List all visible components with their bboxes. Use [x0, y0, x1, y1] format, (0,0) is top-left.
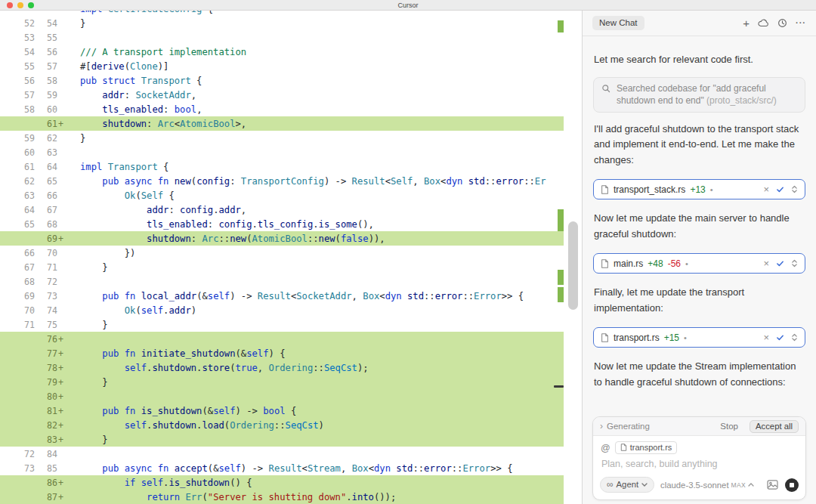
context-file-chip[interactable]: transport.rs	[615, 441, 678, 454]
chat-header: New Chat + ···	[583, 11, 816, 36]
infinity-icon: ∞	[607, 479, 614, 490]
code-line[interactable]: 81+ pub fn is_shutdown(&self) -> bool {	[0, 404, 564, 418]
lines-added: +15	[664, 332, 679, 343]
file-icon	[601, 259, 609, 268]
code-line[interactable]: 6771 }	[0, 260, 564, 274]
code-line[interactable]: 7074 Ok(self.addr)	[0, 303, 564, 317]
code-line[interactable]: 69+ shutdown: Arc::new(AtomicBool::new(f…	[0, 231, 564, 246]
diff-ruler-mark	[558, 209, 564, 231]
reject-icon[interactable]: ×	[763, 184, 769, 194]
diff-ruler-mark	[558, 287, 564, 302]
code-line[interactable]: 80+	[0, 389, 564, 404]
stop-icon	[790, 483, 794, 487]
file-name: transport_stack.rs	[614, 184, 685, 195]
chevron-right-icon[interactable]: ›	[600, 421, 603, 431]
chat-input[interactable]: Plan, search, build anything	[593, 456, 805, 471]
accept-all-button[interactable]: Accept all	[750, 420, 799, 433]
file-diff-chip[interactable]: transport_stack.rs +13 • ×	[593, 179, 805, 199]
code-line[interactable]: 6467 addr: config.addr,	[0, 203, 564, 217]
assistant-message: Now let me update the Stream implementat…	[594, 359, 805, 390]
diff-ruler-mark	[558, 20, 564, 32]
more-options-icon[interactable]: ···	[796, 19, 806, 27]
code-line[interactable]: 82+ self.shutdown.load(Ordering::SeqCst)	[0, 418, 564, 432]
expand-diff-icon[interactable]	[791, 333, 798, 342]
accept-check-icon[interactable]	[776, 185, 784, 193]
lines-added: +48	[648, 258, 663, 269]
tool-call-card[interactable]: Searched codebase for "add graceful shut…	[593, 77, 805, 113]
code-line[interactable]: 5759 addr: SocketAddr,	[0, 88, 564, 102]
model-selector[interactable]: claude-3.5-sonnet MAX	[660, 481, 754, 490]
max-badge: MAX	[731, 481, 746, 489]
code-line[interactable]: 6670 })	[0, 246, 564, 260]
code-line[interactable]: 7385 pub async fn accept(&self) -> Resul…	[0, 461, 564, 475]
code-editor[interactable]: impl CertificateConfig {5254}53555456///…	[0, 11, 582, 504]
code-line[interactable]: 6872	[0, 274, 564, 289]
code-line[interactable]: 7175 }	[0, 317, 564, 332]
code-line[interactable]: 79+ }	[0, 375, 564, 389]
diff-ruler-mark	[558, 270, 564, 285]
chat-panel: New Chat + ··· Let me search for relevan…	[582, 11, 816, 504]
accept-check-icon[interactable]	[776, 259, 784, 267]
unsaved-dot: •	[684, 333, 687, 342]
file-icon	[601, 333, 609, 342]
code-line[interactable]: 5962}	[0, 131, 564, 145]
code-line[interactable]: 5456/// A transport implementation	[0, 45, 564, 59]
code-line[interactable]: 5355	[0, 30, 564, 45]
file-diff-chip[interactable]: main.rs +48 -56 • ×	[593, 253, 805, 274]
code-line[interactable]: 6265 pub async fn new(config: TransportC…	[0, 174, 564, 188]
at-icon[interactable]: @	[601, 443, 610, 453]
reject-icon[interactable]: ×	[763, 258, 769, 268]
code-line[interactable]: 78+ self.shutdown.store(true, Ordering::…	[0, 360, 564, 375]
code-line[interactable]: 6366 Ok(Self {	[0, 188, 564, 203]
code-line[interactable]: 86+ if self.is_shutdown() {	[0, 475, 564, 490]
code-line[interactable]: 5860 tls_enabled: bool,	[0, 102, 564, 116]
code-line[interactable]: 61+ shutdown: Arc<AtomicBool>,	[0, 116, 564, 131]
lines-added: +13	[690, 184, 705, 195]
code-line[interactable]: 76+	[0, 332, 564, 346]
lines-removed: -56	[668, 258, 681, 269]
stop-generation-button[interactable]	[785, 478, 799, 492]
file-name: main.rs	[614, 258, 643, 269]
diff-view: impl CertificateConfig {5254}53555456///…	[0, 11, 582, 504]
code-line[interactable]: 6063	[0, 145, 564, 159]
accept-check-icon[interactable]	[776, 333, 784, 342]
chevron-down-icon	[641, 483, 648, 487]
code-line[interactable]: 6973 pub fn local_addr(&self) -> Result<…	[0, 289, 564, 303]
reject-icon[interactable]: ×	[763, 332, 769, 342]
assistant-message: Let me search for relevant code first.	[594, 52, 805, 68]
search-icon	[601, 84, 610, 93]
code-line[interactable]: 5557#[derive(Clone)]	[0, 59, 564, 73]
assistant-message: Finally, let me update the transport imp…	[594, 285, 805, 316]
window-title: Cursor	[0, 2, 816, 9]
agent-mode-selector[interactable]: ∞ Agent	[600, 477, 654, 493]
cloud-icon[interactable]	[758, 19, 769, 27]
unsaved-dot: •	[685, 259, 688, 268]
code-line[interactable]: 77+ pub fn initiate_shutdown(&self) {	[0, 346, 564, 360]
code-line[interactable]: 6164impl Transport {	[0, 159, 564, 174]
generation-status-bar: › Generating Stop Accept all	[593, 417, 805, 436]
history-icon[interactable]	[777, 18, 787, 28]
code-line[interactable]: 7284	[0, 447, 564, 461]
assistant-message: Now let me update the main server to han…	[594, 211, 805, 242]
chevron-up-icon	[748, 483, 754, 487]
assistant-message: I'll add graceful shutdown to the transp…	[594, 122, 805, 169]
image-icon[interactable]	[767, 480, 778, 490]
expand-diff-icon[interactable]	[791, 185, 798, 193]
context-row: @ transport.rs	[593, 436, 805, 456]
tool-call-path: (proto_stack/src/)	[706, 95, 777, 106]
code-line[interactable]: 6568 tls_enabled: config.tls_config.is_s…	[0, 217, 564, 231]
code-line[interactable]: 87+ return Err("Server is shutting down"…	[0, 490, 564, 504]
code-line[interactable]: 5658pub struct Transport {	[0, 73, 564, 88]
code-line[interactable]: 5254}	[0, 16, 564, 30]
code-line[interactable]: impl CertificateConfig {	[0, 11, 564, 16]
stop-button[interactable]: Stop	[720, 422, 738, 431]
file-icon	[601, 185, 609, 194]
new-chat-icon[interactable]: +	[743, 17, 750, 29]
generation-status: Generating	[607, 422, 650, 431]
editor-scrollbar[interactable]	[568, 221, 578, 310]
code-line[interactable]: 83+ }	[0, 432, 564, 447]
file-name: transport.rs	[614, 332, 660, 343]
file-diff-chip[interactable]: transport.rs +15 • ×	[593, 327, 805, 348]
expand-diff-icon[interactable]	[791, 259, 798, 267]
chat-tab[interactable]: New Chat	[592, 16, 644, 30]
